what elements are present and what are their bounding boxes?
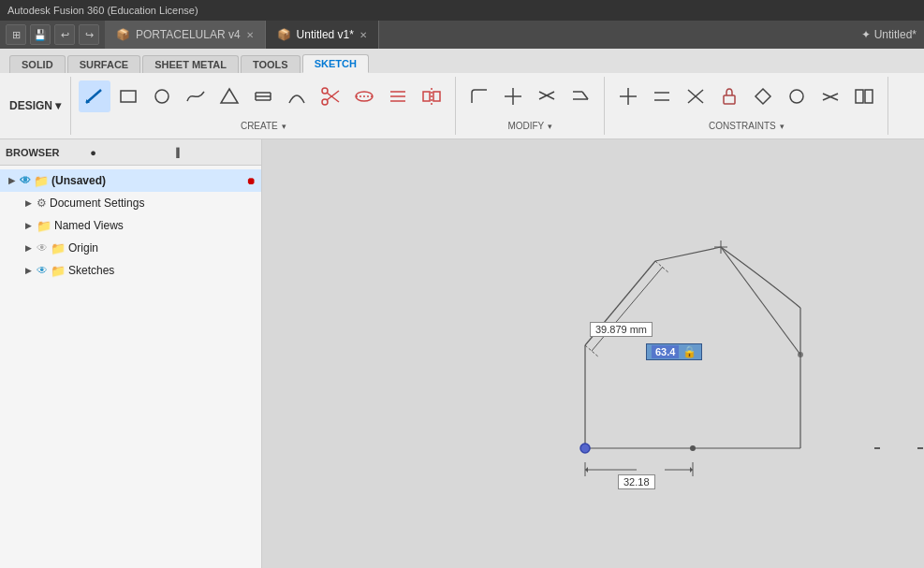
tab-redo-btn[interactable]: ↪	[79, 24, 99, 45]
record-icon-root: ⏺	[246, 176, 256, 186]
constraints-tools	[612, 80, 880, 112]
title-text: Autodesk Fusion 360 (Education License)	[7, 5, 198, 16]
tab-label: PORTACELULAR v4	[136, 28, 241, 41]
title-bar: Autodesk Fusion 360 (Education License)	[0, 0, 924, 21]
svg-rect-42	[262, 139, 924, 568]
constraints-group: CONSTRAINTS ▾	[605, 77, 888, 135]
tab-untitled[interactable]: 📦 Untitled v1* ✕	[266, 21, 379, 49]
expand-origin[interactable]: ▶	[22, 242, 34, 254]
slot-tool-btn[interactable]	[247, 80, 279, 112]
arc-tool-btn[interactable]	[281, 80, 313, 112]
lock-icon-dim: 🔒	[682, 345, 697, 358]
create-group-label: CREATE	[241, 121, 278, 131]
modify-dropdown-arrow[interactable]: ▾	[548, 122, 552, 131]
tree-label-origin: Origin	[68, 241, 98, 255]
browser-title: BROWSER	[6, 147, 86, 158]
svg-rect-40	[856, 90, 863, 103]
eye-icon-sketches: 👁	[37, 264, 48, 277]
ribbon-tabs: SOLID SURFACE SHEET METAL TOOLS SKETCH	[0, 49, 924, 73]
create-group: CREATE ▾	[71, 77, 456, 135]
line-tool-btn[interactable]	[79, 80, 110, 112]
sketch-area: 39.879 mm 63.4 🔒 32.18	[262, 139, 924, 568]
ribbon-tab-tools[interactable]: TOOLS	[241, 55, 301, 73]
ribbon-tab-surface[interactable]: SURFACE	[67, 55, 141, 73]
ribbon-tab-sketch[interactable]: SKETCH	[302, 54, 369, 73]
tree-item-origin[interactable]: ▶ 👁 📁 Origin	[0, 237, 261, 259]
ribbon-tab-sheet-metal[interactable]: SHEET METAL	[142, 55, 239, 73]
extend-btn[interactable]	[531, 80, 563, 112]
tab-bar: ⊞ 💾 ↩ ↪ 📦 PORTACELULAR v4 ✕ 📦 Untitled v…	[0, 21, 924, 49]
midpoint-constraint-btn[interactable]	[848, 80, 880, 112]
browser-panel: BROWSER ● ‖ ▶ 👁 📁 (Unsaved) ⏺ ▶ ⚙ Docume…	[0, 139, 262, 568]
lock-constraint-btn[interactable]	[713, 80, 745, 112]
coincident-constraint-btn[interactable]	[781, 80, 813, 112]
modify-group: MODIFY ▾	[456, 77, 605, 135]
svg-marker-36	[755, 89, 770, 104]
tree-item-root[interactable]: ▶ 👁 📁 (Unsaved) ⏺	[0, 169, 261, 192]
spline-tool-btn[interactable]	[180, 80, 212, 112]
tab-close-untitled[interactable]: ✕	[359, 30, 367, 40]
folder-icon-root: 📁	[34, 174, 49, 188]
tree-item-named-views[interactable]: ▶ 📁 Named Views	[0, 214, 261, 237]
chamfer-btn[interactable]	[565, 80, 596, 112]
tab-icon: 📦	[116, 28, 130, 41]
eye-muted-icon-origin: 👁	[37, 241, 48, 255]
tab-right-label: ✦ Untitled*	[861, 21, 924, 49]
expand-sketches[interactable]: ▶	[22, 265, 34, 276]
tab-close-portacelular[interactable]: ✕	[246, 30, 254, 40]
trim-modify-btn[interactable]	[497, 80, 529, 112]
tab-icon2: 📦	[277, 28, 291, 41]
svg-point-60	[690, 445, 696, 451]
fillet-tool-btn[interactable]	[463, 80, 495, 112]
svg-line-27	[582, 92, 588, 99]
constraints-group-label: CONSTRAINTS	[709, 121, 776, 131]
ribbon: SOLID SURFACE SHEET METAL TOOLS SKETCH D…	[0, 49, 924, 139]
expand-named-views[interactable]: ▶	[22, 220, 34, 231]
rectangle-tool-btn[interactable]	[112, 80, 144, 112]
expand-root[interactable]: ▶	[6, 175, 17, 186]
tab-new-btn[interactable]: ⊞	[6, 24, 26, 45]
svg-marker-4	[221, 89, 238, 103]
ribbon-tab-solid[interactable]: SOLID	[9, 55, 66, 73]
dimension-input-63[interactable]: 63.4 🔒	[646, 343, 702, 360]
tree-item-sketches[interactable]: ▶ 👁 📁 Sketches	[0, 259, 261, 282]
folder-icon-sketches: 📁	[51, 264, 66, 278]
browser-expand-btn[interactable]: ‖	[175, 146, 256, 158]
tab-portacelular[interactable]: 📦 PORTACELULAR v4 ✕	[105, 21, 266, 49]
dimension-label-32: 32.18	[618, 474, 655, 489]
tab-save-btn[interactable]: 💾	[30, 24, 51, 45]
constraints-dropdown-arrow[interactable]: ▾	[780, 122, 785, 131]
create-dropdown-arrow[interactable]: ▾	[282, 122, 286, 131]
browser-collapse-btn[interactable]: ●	[90, 147, 170, 158]
ribbon-content: DESIGN ▾	[0, 73, 924, 138]
polygon-tool-btn[interactable]	[213, 80, 245, 112]
eye-icon-root: 👁	[20, 174, 31, 187]
circle-tool-btn[interactable]	[146, 80, 178, 112]
tree-item-doc-settings[interactable]: ▶ ⚙ Document Settings	[0, 192, 261, 214]
tree-label-doc-settings: Document Settings	[50, 197, 144, 210]
ellipse-tool-btn[interactable]	[348, 80, 380, 112]
active-file-label: ✦ Untitled*	[861, 28, 917, 41]
modify-group-label: MODIFY	[507, 121, 544, 131]
perpendicular-constraint-btn[interactable]	[680, 80, 711, 112]
offset-tool-btn[interactable]	[382, 80, 414, 112]
svg-point-37	[790, 90, 803, 103]
dimension-label-39: 39.879 mm	[590, 322, 653, 337]
design-dropdown-btn[interactable]: DESIGN ▾	[0, 77, 71, 135]
folder-icon-origin: 📁	[51, 241, 66, 255]
tab-undo-btn[interactable]: ↩	[54, 24, 75, 45]
trim-tool-btn[interactable]	[315, 80, 346, 112]
svg-point-61	[798, 352, 803, 357]
canvas[interactable]: 39.879 mm 63.4 🔒 32.18	[262, 139, 924, 568]
svg-rect-35	[724, 95, 735, 104]
gear-icon-doc-settings: ⚙	[37, 197, 47, 210]
modify-tools	[463, 80, 596, 112]
equal-constraint-btn[interactable]	[747, 80, 779, 112]
tangent-constraint-btn[interactable]	[814, 80, 846, 112]
svg-point-3	[155, 90, 169, 103]
mirror-tool-btn[interactable]	[416, 80, 447, 112]
horizontal-constraint-btn[interactable]	[612, 80, 644, 112]
parallel-constraint-btn[interactable]	[646, 80, 678, 112]
expand-doc-settings[interactable]: ▶	[22, 197, 34, 209]
create-tools	[79, 80, 447, 112]
